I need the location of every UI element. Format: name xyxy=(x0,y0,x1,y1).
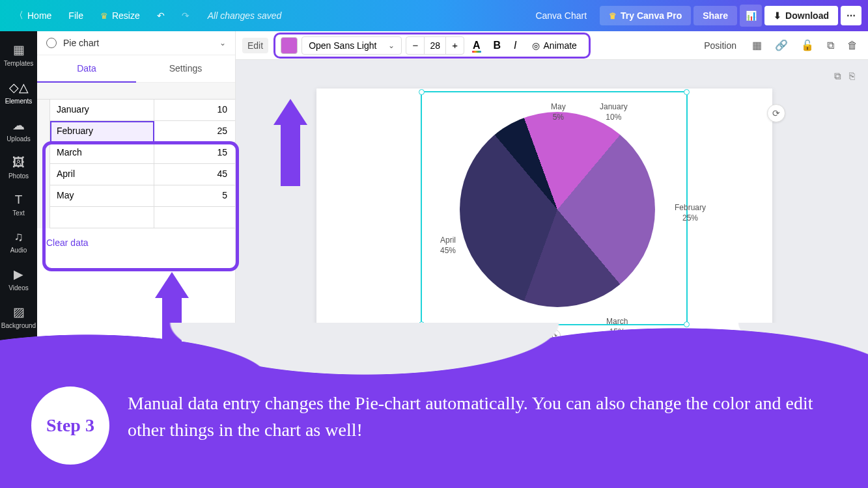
decrease-button[interactable]: − xyxy=(406,37,424,53)
rail-audio[interactable]: ♫Audio xyxy=(0,224,37,260)
home-button[interactable]: 〈Home xyxy=(7,6,59,25)
chevron-left-icon: 〈 xyxy=(14,10,23,21)
download-button[interactable]: ⬇Download xyxy=(764,6,838,25)
table-row: March15 xyxy=(37,142,235,164)
duplicate-page-icon[interactable]: ⧉ xyxy=(834,70,841,82)
delete-button[interactable]: 🗑 xyxy=(843,37,861,54)
duplicate-button[interactable]: ⧉ xyxy=(823,37,838,54)
table-row: January10 xyxy=(37,100,235,121)
top-menu-bar: 〈Home File ♛Resize ↶ ↷ All changes saved… xyxy=(0,0,868,31)
rail-videos[interactable]: ▶Videos xyxy=(0,261,37,297)
slice-label: January10% xyxy=(600,102,628,122)
chart-type-select[interactable]: Pie chart ⌄ xyxy=(37,31,235,55)
tab-data[interactable]: Data xyxy=(37,55,136,83)
table-row: February25 xyxy=(37,121,235,142)
refresh-icon[interactable]: ⟳ xyxy=(767,104,785,122)
context-toolbar: Edit Open Sans Light⌄ − + A B I ◎Animate… xyxy=(236,31,868,60)
rail-templates[interactable]: ▦Templates xyxy=(0,36,37,73)
save-status: All changes saved xyxy=(208,10,282,21)
text-icon: T xyxy=(15,193,23,207)
more-menu-button[interactable]: ⋯ xyxy=(841,6,861,25)
increase-button[interactable]: + xyxy=(446,37,464,53)
link-button[interactable]: 🔗 xyxy=(771,36,792,54)
selection-box[interactable]: January10% February25% March15% April45%… xyxy=(421,91,688,325)
music-icon: ♫ xyxy=(14,230,23,244)
sparkle-icon: ◎ xyxy=(532,40,540,51)
pie-chart[interactable]: January10% February25% March15% April45%… xyxy=(460,112,655,307)
tab-settings[interactable]: Settings xyxy=(136,55,235,83)
text-color-button[interactable]: A xyxy=(468,37,485,54)
table-row xyxy=(37,207,235,228)
try-pro-button[interactable]: ♛Try Canva Pro xyxy=(600,6,691,25)
resize-handle[interactable] xyxy=(684,89,690,95)
slice-label: February25% xyxy=(675,203,706,223)
document-title[interactable]: Canva Chart xyxy=(535,10,587,21)
rail-text[interactable]: TText xyxy=(0,187,37,223)
table-row: May5 xyxy=(37,185,235,207)
font-size-input[interactable] xyxy=(424,37,446,54)
edit-button[interactable]: Edit xyxy=(242,38,268,53)
position-button[interactable]: Position xyxy=(697,38,743,53)
file-menu[interactable]: File xyxy=(61,7,91,25)
image-icon: 🖼 xyxy=(12,156,25,170)
slice-label: April45% xyxy=(440,236,456,256)
resize-button[interactable]: ♛Resize xyxy=(92,7,148,25)
grid-icon: ▦ xyxy=(13,42,25,57)
redo-button[interactable]: ↷ xyxy=(174,7,197,25)
chevron-down-icon: ⌄ xyxy=(388,41,395,50)
transparency-button[interactable]: ▦ xyxy=(748,36,766,54)
download-icon: ⬇ xyxy=(774,10,781,21)
share-button[interactable]: Share xyxy=(693,6,737,25)
font-size-stepper[interactable]: − + xyxy=(406,36,464,55)
chart-publish-icon[interactable]: 📊 xyxy=(740,5,762,27)
play-icon: ▶ xyxy=(14,267,23,282)
shapes-icon: ◇△ xyxy=(9,80,29,95)
cloud-upload-icon: ☁ xyxy=(12,118,25,133)
pie-icon xyxy=(46,38,57,48)
slice-label: May5% xyxy=(551,102,566,122)
data-table[interactable]: January10 February25 March15 April45 May… xyxy=(37,83,235,228)
crown-icon: ♛ xyxy=(609,11,617,21)
rail-photos[interactable]: 🖼Photos xyxy=(0,150,37,185)
italic-button[interactable]: I xyxy=(509,37,521,54)
chevron-down-icon: ⌄ xyxy=(219,38,226,47)
toolbar-highlight-annotation: Open Sans Light⌄ − + A B I ◎Animate xyxy=(273,33,591,59)
crown-icon: ♛ xyxy=(100,11,108,21)
font-select[interactable]: Open Sans Light⌄ xyxy=(301,36,402,55)
hatch-icon: ▨ xyxy=(13,305,25,319)
undo-button[interactable]: ↶ xyxy=(149,7,173,25)
resize-handle[interactable] xyxy=(419,89,425,95)
bold-button[interactable]: B xyxy=(489,37,506,54)
step-badge: Step 3 xyxy=(31,386,109,465)
lock-button[interactable]: 🔓 xyxy=(797,36,818,54)
add-page-icon[interactable]: ⎘ xyxy=(849,70,855,82)
color-swatch[interactable] xyxy=(281,37,298,54)
animate-button[interactable]: ◎Animate xyxy=(525,38,583,53)
rail-elements[interactable]: ◇△Elements xyxy=(0,74,37,111)
canvas-page[interactable]: ⟳ January10% February25% March15% April4… xyxy=(316,88,772,346)
table-row: April45 xyxy=(37,164,235,185)
rail-uploads[interactable]: ☁Uploads xyxy=(0,112,37,148)
tutorial-overlay: Step 3 Manual data entry changes the Pie… xyxy=(0,351,868,488)
tutorial-text: Manual data entry changes the Pie-chart … xyxy=(128,390,842,443)
clear-data-link[interactable]: Clear data xyxy=(37,228,235,257)
